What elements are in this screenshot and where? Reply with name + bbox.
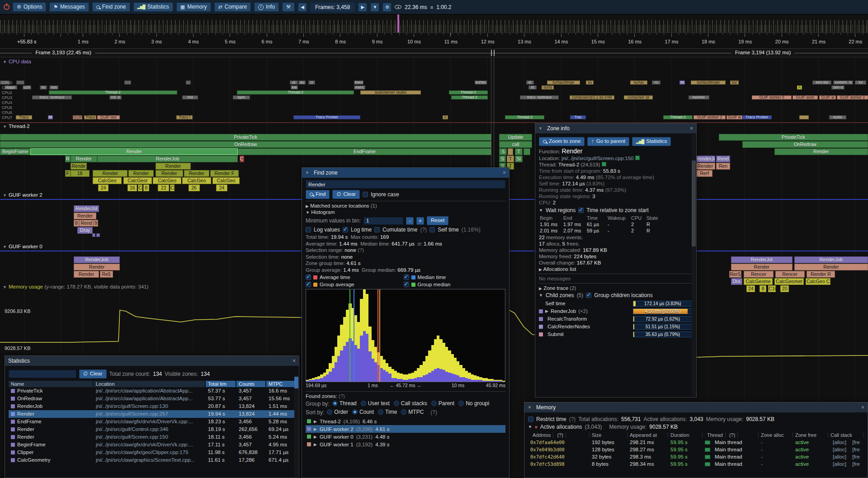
timeline-zone[interactable]: Render	[74, 264, 120, 270]
allocation-thread[interactable]: Main thread	[703, 454, 759, 459]
time-relative-checkbox[interactable]	[578, 208, 584, 213]
timeline-zone[interactable]: Render	[156, 163, 191, 170]
frame-overview-strip[interactable]	[0, 14, 868, 33]
cpu-data-header[interactable]: ▼CPU data	[3, 59, 31, 64]
child-zones-label[interactable]: Child zones	[546, 292, 574, 298]
allocation-appeared[interactable]: 298.21 ms	[627, 440, 668, 445]
zone-info-titlebar[interactable]: ▼ Zone info ×	[535, 123, 696, 133]
timeline-zone[interactable]: Render	[731, 264, 793, 270]
log-time-checkbox[interactable]	[343, 227, 348, 232]
close-icon[interactable]: ×	[690, 125, 693, 132]
timeline-zone[interactable]	[92, 233, 96, 237]
close-icon[interactable]: ×	[503, 170, 506, 176]
frame-separators-row[interactable]: Frame 3,193 (22.45 ms) Frame 3,194 (13.9…	[0, 49, 868, 57]
timeline-zone[interactable]: Render	[93, 170, 127, 177]
col-mtpc[interactable]: MTPC	[266, 381, 295, 387]
timeline-zone[interactable]: Render	[695, 163, 715, 170]
timeline-zone[interactable]: CalcGeo	[153, 177, 181, 184]
timeline-zone[interactable]: 8	[74, 220, 79, 227]
timeline-zone[interactable]: Render	[156, 170, 183, 177]
timeline-zone[interactable]: Rerf	[696, 170, 712, 177]
call-stack-cell[interactable]: [alloc] [fre	[828, 440, 864, 445]
statistics-row[interactable]: PrivateTick jni/../jni/src/claw/applicat…	[9, 387, 295, 395]
log-values-checkbox[interactable]	[306, 227, 311, 232]
timeline-zone[interactable]: call	[499, 141, 532, 148]
group-children-checkbox[interactable]	[586, 293, 591, 298]
allocation-address[interactable]: 0x7dfc42d640	[528, 454, 590, 459]
collapse-icon[interactable]: ▼	[539, 293, 543, 298]
go-to-parent-button[interactable]: ↑Go to parent	[587, 137, 629, 146]
child-zone-row[interactable]: RecalcTransform 72.92 µs (1.62%)	[539, 315, 693, 323]
timeline-zone[interactable]: S	[499, 156, 506, 162]
statistics-row[interactable]: CalcGeometry jni/../jni/src/claw/graphic…	[9, 456, 295, 464]
child-zone-row[interactable]: CalcRenderNodes 51.51 µs (1.15%)	[539, 323, 693, 331]
allocation-row[interactable]: 0x7e049b3d00 128 bytes 298.27 ms 59.95 s…	[528, 446, 864, 453]
active-allocations-section[interactable]: ▼ ♥ Active allocations (3,043) Memory us…	[528, 424, 864, 430]
timeline-zone[interactable]: S	[499, 148, 507, 155]
zone-statistics-button[interactable]: ▂▅█Statistics	[632, 137, 671, 146]
timeline-zone[interactable]: CalcGeo C	[806, 278, 831, 285]
col-location[interactable]: Location	[94, 381, 205, 387]
clear-filter-button[interactable]: ∅Clear	[79, 369, 107, 379]
matched-source-locations[interactable]: ▶ Matched source locations (1)	[306, 203, 505, 208]
timeline-zone[interactable]: 8	[760, 285, 766, 292]
timeline-zone[interactable]: Render	[71, 156, 98, 162]
timeline-zone[interactable]: RenderJol	[731, 256, 793, 263]
timeline-zone[interactable]	[508, 148, 513, 155]
options-button[interactable]: ⚙Options	[13, 2, 46, 12]
timeline-zone[interactable]: CalcGeor	[123, 177, 152, 184]
tools-button[interactable]: ⚒	[282, 2, 295, 11]
radio-option[interactable]: Time	[378, 409, 397, 415]
reset-button[interactable]: Reset	[427, 216, 448, 225]
radio-option[interactable]: MTPC	[401, 409, 424, 415]
cumulate-time-checkbox[interactable]	[374, 227, 380, 232]
timeline-zone[interactable]: Render	[774, 148, 868, 155]
call-stack-cell[interactable]: [alloc] [fre	[828, 461, 864, 467]
timeline-zone[interactable]: R	[65, 156, 71, 162]
timeline-zone[interactable]: RenderJob	[794, 256, 868, 263]
timeline-zone[interactable]: PrivateTick	[719, 134, 868, 141]
call-stack-cell[interactable]: [alloc] [fre	[828, 447, 864, 452]
timeline-zone[interactable]: T	[515, 148, 523, 155]
timeline-zone[interactable]: Render	[30, 148, 238, 155]
col-counts[interactable]: Counts	[236, 381, 265, 387]
timeline-zone[interactable]: CalcGeo	[212, 177, 240, 184]
statistics-row[interactable]: Clipper jni/../jni/src/claw/gfx/geo/Clip…	[9, 449, 295, 456]
timeline-zone[interactable]: Render	[74, 271, 99, 278]
timeline-zone[interactable]: 9	[94, 220, 98, 227]
col-zone-free[interactable]: Zone free	[793, 432, 828, 438]
memory-titlebar[interactable]: ▼ Memory ×	[524, 402, 868, 412]
allocation-appeared[interactable]: 298.27 ms	[627, 447, 668, 452]
scrollbar-thumb[interactable]	[692, 161, 696, 246]
found-zone-group[interactable]: ▶ GUIF worker 1 (3,192) 4.39 s	[306, 440, 505, 448]
timeline-zone[interactable]: RenderJo	[695, 156, 715, 162]
radio-option[interactable]: Count	[352, 409, 374, 415]
zoom-to-zone-button[interactable]: Zoom to zone	[539, 137, 585, 146]
wait-region-row[interactable]: 2.01 ms2.07 ms59 µs-2R	[539, 227, 693, 234]
min-bin-input[interactable]	[363, 217, 403, 225]
timeline-zone[interactable]: Render	[128, 170, 154, 177]
timeline-zone[interactable]: Dra	[731, 278, 742, 285]
messages-button[interactable]: ⚑Messages	[49, 2, 89, 12]
power-icon[interactable]	[4, 4, 9, 10]
timeline-zone[interactable]: 24	[216, 185, 227, 191]
find-zone-button[interactable]: Find zone	[92, 2, 130, 12]
crosshair-button[interactable]: ⊕	[382, 3, 392, 12]
timeline-zone[interactable]: T	[507, 156, 514, 162]
histogram-canvas[interactable]	[306, 289, 505, 382]
frame-label[interactable]: Frame 3,194 (13.92 ms)	[731, 50, 794, 55]
allocation-address[interactable]: 0x7dfc53d898	[528, 461, 590, 467]
col-address[interactable]: Address (?)	[528, 432, 590, 438]
timeline-zone[interactable]: CalcGeo	[93, 177, 121, 184]
guif-worker2-header[interactable]: ▼GUIF worker 2	[3, 192, 42, 198]
found-zone-group[interactable]: ▶ Thread-2 (4,105) 6.46 s	[306, 417, 505, 425]
allocations-list-section[interactable]: ▶ Allocations list	[539, 266, 693, 272]
close-icon[interactable]: ×	[861, 404, 864, 411]
zone-thread[interactable]: Thread-2	[558, 162, 580, 167]
time-ruler[interactable]: +55.83 s 1 ms2 ms3 ms4 ms5 ms6 ms7 ms8 m…	[0, 33, 868, 49]
col-zone-alloc[interactable]: Zone alloc	[759, 432, 793, 438]
found-zone-group[interactable]: ▶ GUIF worker 2 (3,296) 4.61 s	[306, 425, 505, 433]
zone-location[interactable]: jni/../jni/src/guif/Screen.cpp:150	[561, 156, 634, 161]
statistics-row[interactable]: BeginFrame jni/../jni/src/claw/gfx/drv/v…	[9, 441, 295, 449]
filter-zones-input[interactable]	[9, 370, 76, 378]
